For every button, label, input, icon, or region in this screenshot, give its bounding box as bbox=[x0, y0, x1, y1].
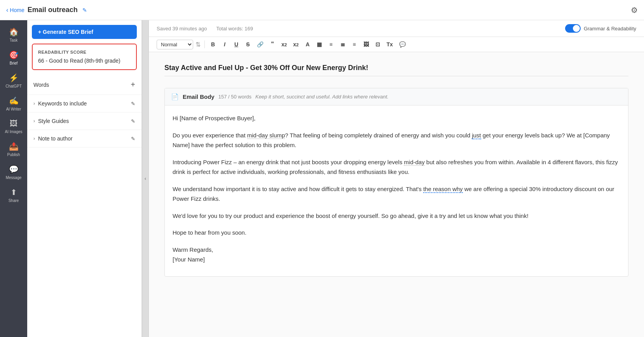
sidebar-label-ai-writer: AI Writer bbox=[6, 107, 21, 111]
grammar-label: Grammar & Readability bbox=[584, 26, 636, 32]
collapse-arrow-icon: ‹ bbox=[145, 176, 146, 181]
unordered-list-button[interactable]: ≣ bbox=[338, 39, 348, 49]
editor-top-bar: Saved 39 minutes ago Total words: 169 Gr… bbox=[149, 20, 644, 37]
keywords-edit-icon[interactable]: ✎ bbox=[131, 101, 135, 107]
editor-toolbar: Normal Heading 1 Heading 2 Heading 3 ⇅ B… bbox=[149, 37, 644, 52]
keywords-label: Keywords to include bbox=[38, 100, 87, 107]
sidebar-label-ai-images: AI Images bbox=[5, 130, 22, 134]
clear-format-button[interactable]: Tx bbox=[384, 39, 395, 49]
strikethrough-button[interactable]: S bbox=[243, 39, 253, 49]
ai-writer-icon: ✍ bbox=[9, 96, 19, 105]
style-guides-left: › Style Guides bbox=[33, 118, 69, 124]
task-icon: 🏠 bbox=[9, 27, 19, 37]
main-layout: 🏠 Task 🎯 Brief ⚡ ChatGPT ✍ AI Writer 🖼 A… bbox=[0, 20, 644, 337]
email-body-header: 📄 Email Body 157 / 50 words Keep it shor… bbox=[165, 88, 628, 105]
subscript-button[interactable]: x2 bbox=[279, 39, 289, 49]
sidebar-label-share: Share bbox=[9, 198, 19, 203]
sidebar-item-share[interactable]: ⬆ Share bbox=[0, 184, 27, 207]
email-body-icon: 📄 bbox=[171, 93, 179, 100]
note-to-author-section[interactable]: › Note to author ✎ bbox=[27, 130, 141, 147]
saved-text: Saved 39 minutes ago bbox=[157, 26, 207, 32]
sidebar-item-ai-writer[interactable]: ✍ AI Writer bbox=[0, 92, 27, 115]
brief-icon: 🎯 bbox=[9, 50, 19, 60]
email-body-title: Email Body bbox=[183, 93, 215, 100]
sidebar-item-brief[interactable]: 🎯 Brief bbox=[0, 46, 27, 69]
header-left: ‹ Home Email outreach ✎ bbox=[6, 6, 87, 14]
toolbar-divider-1 bbox=[204, 40, 205, 48]
back-arrow-icon: ‹ bbox=[6, 7, 8, 14]
keywords-chevron-icon: › bbox=[33, 101, 35, 106]
grammar-toggle[interactable]: Grammar & Readability bbox=[565, 24, 636, 33]
readability-label: READABILITY SCORE bbox=[38, 50, 131, 54]
collapse-handle[interactable]: ‹ bbox=[142, 20, 149, 337]
underline-button[interactable]: U bbox=[231, 39, 241, 49]
message-icon: 💬 bbox=[9, 165, 19, 174]
sidebar-label-chatgpt: ChatGPT bbox=[5, 84, 22, 88]
table-button[interactable]: ⊡ bbox=[373, 39, 383, 49]
sidebar-label-task: Task bbox=[10, 38, 18, 42]
style-guides-edit-icon[interactable]: ✎ bbox=[131, 118, 135, 124]
paragraph-greeting: Hi [Name of Prospective Buyer], bbox=[173, 113, 620, 123]
ai-images-icon: 🖼 bbox=[10, 119, 17, 128]
highlight-button[interactable]: ▦ bbox=[314, 39, 325, 49]
paragraph-4: We'd love for you to try our product and… bbox=[173, 211, 620, 221]
grammar-toggle-switch[interactable] bbox=[565, 24, 581, 33]
paragraph-2: Introducing Power Fizz – an energy drink… bbox=[173, 157, 620, 177]
paragraph-5: Hope to hear from you soon. bbox=[173, 228, 620, 238]
comment-button[interactable]: 💬 bbox=[397, 39, 408, 49]
paragraph-1: Do you ever experience that mid-day slum… bbox=[173, 130, 620, 150]
style-guides-label: Style Guides bbox=[38, 118, 69, 124]
total-words: Total words: 169 bbox=[216, 26, 253, 32]
editor-area: Saved 39 minutes ago Total words: 169 Gr… bbox=[149, 20, 644, 337]
link-button[interactable]: 🔗 bbox=[255, 39, 266, 49]
image-button[interactable]: 🖼 bbox=[361, 39, 371, 49]
paragraph-3: We understand how important it is to sta… bbox=[173, 184, 620, 204]
sidebar-item-publish[interactable]: 📤 Publish bbox=[0, 138, 27, 161]
sidebar-item-task[interactable]: 🏠 Task bbox=[0, 23, 27, 46]
sidebar-label-brief: Brief bbox=[10, 61, 18, 65]
sidebar-item-chatgpt[interactable]: ⚡ ChatGPT bbox=[0, 69, 27, 92]
editor-content[interactable]: Stay Active and Fuel Up - Get 30% Off Ou… bbox=[149, 52, 644, 337]
style-select[interactable]: Normal Heading 1 Heading 2 Heading 3 bbox=[157, 40, 193, 49]
ordered-list-button[interactable]: ≡ bbox=[326, 39, 336, 49]
superscript-button[interactable]: x2 bbox=[291, 39, 301, 49]
add-words-button[interactable]: + bbox=[131, 80, 135, 89]
readability-score-box: READABILITY SCORE 66 - Good to Read (8th… bbox=[32, 44, 137, 70]
style-guides-chevron-icon: › bbox=[33, 118, 35, 124]
paragraph-closing: Warm Regards,[Your Name] bbox=[173, 245, 620, 265]
align-button[interactable]: ≡ bbox=[349, 39, 360, 49]
words-row: Words + bbox=[27, 75, 141, 95]
note-to-author-left: › Note to author bbox=[33, 135, 73, 142]
bold-button[interactable]: B bbox=[208, 39, 218, 49]
email-body-section: 📄 Email Body 157 / 50 words Keep it shor… bbox=[164, 88, 628, 277]
sidebar-label-publish: Publish bbox=[7, 153, 20, 157]
document-title: Email outreach bbox=[28, 6, 78, 14]
note-label: Note to author bbox=[38, 135, 73, 142]
left-sidebar: 🏠 Task 🎯 Brief ⚡ ChatGPT ✍ AI Writer 🖼 A… bbox=[0, 20, 27, 337]
style-dropdown-icon: ⇅ bbox=[195, 41, 201, 48]
generate-seo-brief-button[interactable]: + Generate SEO Brief bbox=[32, 25, 137, 39]
keywords-left: › Keywords to include bbox=[33, 100, 87, 107]
readability-score-value: 66 - Good to Read (8th-9th grade) bbox=[38, 58, 131, 64]
back-link[interactable]: ‹ Home bbox=[6, 7, 24, 14]
italic-button[interactable]: I bbox=[220, 39, 230, 49]
generate-btn-label: + Generate SEO Brief bbox=[38, 29, 93, 35]
publish-icon: 📤 bbox=[9, 142, 19, 151]
top-header: ‹ Home Email outreach ✎ ⚙ bbox=[0, 0, 644, 20]
style-guides-section[interactable]: › Style Guides ✎ bbox=[27, 112, 141, 130]
sidebar-label-message: Message bbox=[6, 176, 22, 180]
sidebar-item-message[interactable]: 💬 Message bbox=[0, 161, 27, 184]
chatgpt-icon: ⚡ bbox=[9, 73, 19, 82]
quote-button[interactable]: " bbox=[267, 39, 277, 49]
words-label: Words bbox=[33, 82, 49, 88]
note-chevron-icon: › bbox=[33, 136, 35, 141]
note-edit-icon[interactable]: ✎ bbox=[131, 136, 135, 142]
email-body-content[interactable]: Hi [Name of Prospective Buyer], Do you e… bbox=[165, 105, 628, 276]
settings-icon[interactable]: ⚙ bbox=[631, 5, 638, 15]
edit-title-icon[interactable]: ✎ bbox=[82, 7, 87, 13]
email-body-instruction: Keep it short, succinct and useful. Add … bbox=[255, 94, 389, 100]
email-subject[interactable]: Stay Active and Fuel Up - Get 30% Off Ou… bbox=[164, 60, 628, 76]
text-color-button[interactable]: A bbox=[303, 39, 313, 49]
keywords-section[interactable]: › Keywords to include ✎ bbox=[27, 95, 141, 112]
sidebar-item-ai-images[interactable]: 🖼 AI Images bbox=[0, 115, 27, 138]
